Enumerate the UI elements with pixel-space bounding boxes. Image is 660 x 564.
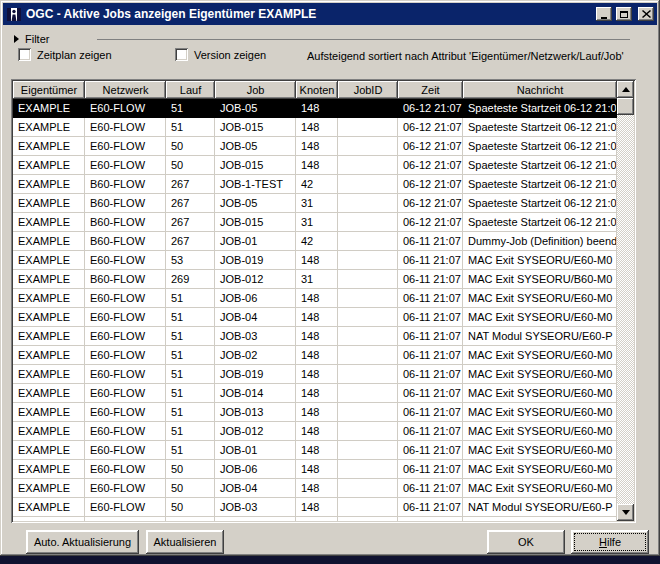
table-row[interactable]: EXAMPLEE60-FLOW51JOB-0614806-11 21:07MAC…: [13, 289, 617, 308]
filter-section-header[interactable]: Filter: [14, 33, 652, 45]
table-row[interactable]: EXAMPLEE60-FLOW53JOB-01914806-11 21:07MA…: [13, 251, 617, 270]
table-cell: JOB-019: [215, 251, 296, 270]
table-cell: 51: [166, 384, 215, 403]
column-header-lauf[interactable]: Lauf: [166, 81, 215, 99]
table-header: EigentümerNetzwerkLaufJobKnotenJobIDZeit…: [13, 81, 617, 99]
table-row[interactable]: EXAMPLEE60-FLOW51JOB-0314806-11 21:07NAT…: [13, 327, 617, 346]
help-button[interactable]: Hilfe: [571, 530, 649, 554]
table-cell: [338, 99, 398, 118]
table-cell: 148: [296, 99, 338, 118]
column-header-netzwerk[interactable]: Netzwerk: [85, 81, 166, 99]
column-header-jobid[interactable]: JobID: [338, 81, 398, 99]
table-cell: EXAMPLE: [13, 422, 85, 441]
auto-refresh-button[interactable]: Auto. Aktualisierung: [26, 530, 139, 554]
table-cell: 06-12 21:07: [398, 99, 463, 118]
table-row[interactable]: EXAMPLEE60-FLOW51JOB-0414806-11 21:07MAC…: [13, 308, 617, 327]
table-cell: E60-FLOW: [85, 156, 166, 175]
table-cell: EXAMPLE: [13, 99, 85, 118]
table-cell: E60-FLOW: [85, 308, 166, 327]
zeitplan-checkbox-label: Zeitplan zeigen: [37, 49, 112, 61]
table-row[interactable]: EXAMPLEE60-FLOW51JOB-01314806-11 21:07MA…: [13, 403, 617, 422]
table-row[interactable]: EXAMPLEB60-FLOW267JOB-0153106-12 21:07Sp…: [13, 213, 617, 232]
table-cell: 06-11 21:07: [398, 308, 463, 327]
version-checkbox[interactable]: [175, 48, 188, 61]
scrollbar-up-button[interactable]: [617, 81, 634, 98]
window-title: OGC - Aktive Jobs anzeigen Eigentümer EX…: [26, 7, 592, 21]
table-row[interactable]: EXAMPLEB60-FLOW267JOB-014206-11 21:07Dum…: [13, 232, 617, 251]
vertical-scrollbar[interactable]: [617, 81, 634, 521]
column-header-job[interactable]: Job: [215, 81, 296, 99]
table-cell: [338, 346, 398, 365]
table-cell: E60-FLOW: [85, 251, 166, 270]
table-cell: JOB-012: [215, 270, 296, 289]
table-cell: [338, 460, 398, 479]
table-cell: 51: [166, 289, 215, 308]
table-cell: 51: [166, 422, 215, 441]
table-cell: 51: [166, 327, 215, 346]
table-cell: 148: [296, 156, 338, 175]
table-cell: [338, 384, 398, 403]
table-row[interactable]: EXAMPLEE60-FLOW50JOB-0614806-11 21:07MAC…: [13, 460, 617, 479]
table-cell: 06-11 21:07: [398, 479, 463, 498]
table-row[interactable]: EXAMPLEE60-FLOW50JOB-0414806-11 21:07MAC…: [13, 479, 617, 498]
table-row[interactable]: EXAMPLEB60-FLOW267JOB-1-TEST4206-12 21:0…: [13, 175, 617, 194]
table-cell: JOB-015: [215, 156, 296, 175]
table-cell: MAC Exit SYSEORU/E60-M0: [463, 346, 617, 365]
table-cell: 06-12 21:07: [398, 194, 463, 213]
scrollbar-track[interactable]: [617, 115, 634, 504]
maximize-icon: [620, 11, 628, 18]
table-cell: [338, 441, 398, 460]
table-row[interactable]: EXAMPLEE60-FLOW51JOB-0514806-12 21:07Spa…: [13, 99, 617, 118]
close-button[interactable]: [638, 7, 654, 21]
table-cell: B60-FLOW: [85, 194, 166, 213]
table-row[interactable]: EXAMPLEE60-FLOW51JOB-01514806-12 21:07Sp…: [13, 118, 617, 137]
table-row[interactable]: EXAMPLEE60-FLOW51JOB-01414806-11 21:07MA…: [13, 384, 617, 403]
table-row[interactable]: EXAMPLEE60-FLOW50JOB-0514806-12 21:07Spa…: [13, 137, 617, 156]
table-cell: 51: [166, 365, 215, 384]
table-row[interactable]: EXAMPLEB60-FLOW269JOB-0123106-11 21:07MA…: [13, 270, 617, 289]
table-cell: 267: [166, 194, 215, 213]
table-cell: E60-FLOW: [85, 99, 166, 118]
table-cell: B60-FLOW: [85, 175, 166, 194]
table-cell: 148: [296, 422, 338, 441]
ok-button[interactable]: OK: [487, 530, 565, 554]
column-header-nachricht[interactable]: Nachricht: [463, 81, 617, 99]
table-cell: JOB-06: [215, 289, 296, 308]
screen: OGC - Aktive Jobs anzeigen Eigentümer EX…: [0, 0, 660, 564]
minimize-button[interactable]: [596, 7, 612, 21]
table-cell: E60-FLOW: [85, 289, 166, 308]
table-cell: 148: [296, 479, 338, 498]
table-cell: Dummy-Job (Definition) beend: [463, 232, 617, 251]
table-cell: Spaeteste Startzeit 06-12 21:0: [463, 99, 617, 118]
table-row[interactable]: EXAMPLEE60-FLOW51JOB-01214806-11 21:07MA…: [13, 422, 617, 441]
scrollbar-down-button[interactable]: [617, 504, 634, 521]
scrollbar-thumb[interactable]: [617, 98, 634, 115]
table-cell: 148: [296, 289, 338, 308]
table-cell: EXAMPLE: [13, 175, 85, 194]
column-header-eigentümer[interactable]: Eigentümer: [13, 81, 85, 99]
table-cell: 42: [296, 175, 338, 194]
table-row[interactable]: EXAMPLEE60-FLOW51JOB-0114806-11 21:07MAC…: [13, 441, 617, 460]
column-header-knoten[interactable]: Knoten: [296, 81, 338, 99]
table-row[interactable]: EXAMPLEE60-FLOW50JOB-0314806-11 21:07NAT…: [13, 498, 617, 517]
table-row[interactable]: EXAMPLEB60-FLOW267JOB-053106-12 21:07Spa…: [13, 194, 617, 213]
table-row[interactable]: EXAMPLEE60-FLOW51JOB-01914806-11 21:07MA…: [13, 365, 617, 384]
table-cell: JOB-05: [215, 99, 296, 118]
column-header-zeit[interactable]: Zeit: [398, 81, 463, 99]
table-cell: 06-11 21:07: [398, 422, 463, 441]
table-cell: 148: [296, 441, 338, 460]
refresh-button[interactable]: Aktualisieren: [146, 530, 224, 554]
table-row[interactable]: EXAMPLEE60-FLOW50JOB-01514806-12 21:07Sp…: [13, 156, 617, 175]
maximize-button[interactable]: [616, 7, 632, 21]
table-cell: EXAMPLE: [13, 118, 85, 137]
table-cell: 50: [166, 137, 215, 156]
table-cell: MAC Exit SYSEORU/E60-M0: [463, 517, 617, 521]
table-cell: EXAMPLE: [13, 251, 85, 270]
zeitplan-checkbox[interactable]: [18, 48, 31, 61]
table-row[interactable]: EXAMPLEE60-FLOW50JOB-0214806-11 21:07MAC…: [13, 517, 617, 521]
table-cell: 06-11 21:07: [398, 327, 463, 346]
table-cell: E60-FLOW: [85, 517, 166, 521]
table-cell: 148: [296, 517, 338, 521]
table-row[interactable]: EXAMPLEE60-FLOW51JOB-0214806-11 21:07MAC…: [13, 346, 617, 365]
table-cell: EXAMPLE: [13, 384, 85, 403]
